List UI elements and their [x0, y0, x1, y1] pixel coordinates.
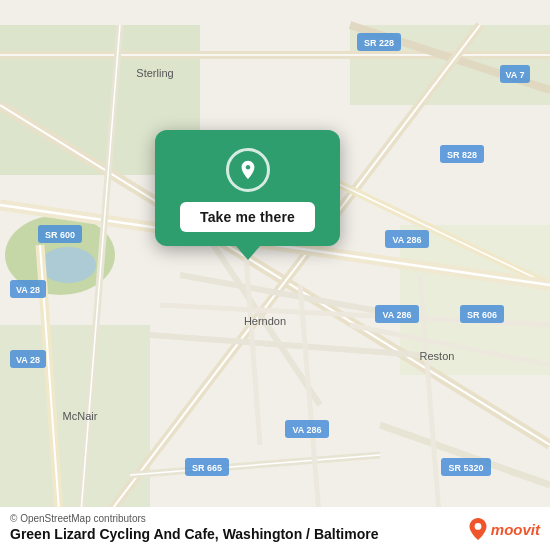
- svg-text:Herndon: Herndon: [244, 315, 286, 327]
- svg-text:VA 28: VA 28: [16, 285, 40, 295]
- location-icon-circle: [226, 148, 270, 192]
- svg-point-60: [474, 523, 481, 530]
- svg-text:SR 228: SR 228: [364, 38, 394, 48]
- place-title: Green Lizard Cycling And Cafe, Washingto…: [10, 526, 540, 542]
- moovit-logo: moovit: [469, 518, 540, 540]
- svg-text:VA 286: VA 286: [292, 425, 321, 435]
- bottom-bar: © OpenStreetMap contributors Green Lizar…: [0, 507, 550, 550]
- svg-text:Sterling: Sterling: [136, 67, 173, 79]
- svg-line-23: [130, 455, 380, 475]
- moovit-brand-text: moovit: [491, 521, 540, 538]
- svg-text:SR 5320: SR 5320: [448, 463, 483, 473]
- copyright-text: © OpenStreetMap contributors: [10, 513, 540, 524]
- svg-text:VA 286: VA 286: [382, 310, 411, 320]
- svg-point-5: [40, 247, 96, 283]
- svg-text:SR 600: SR 600: [45, 230, 75, 240]
- svg-text:Reston: Reston: [420, 350, 455, 362]
- svg-text:SR 665: SR 665: [192, 463, 222, 473]
- map-container: SR 228 VA 7 SR 828 SR 600 VA 286 VA 28 V…: [0, 0, 550, 550]
- popup-card: Take me there: [155, 130, 340, 246]
- svg-text:VA 28: VA 28: [16, 355, 40, 365]
- map-roads: SR 228 VA 7 SR 828 SR 600 VA 286 VA 28 V…: [0, 0, 550, 550]
- svg-text:McNair: McNair: [63, 410, 98, 422]
- moovit-pin-icon: [469, 518, 487, 540]
- svg-text:SR 828: SR 828: [447, 150, 477, 160]
- svg-text:VA 7: VA 7: [505, 70, 524, 80]
- location-pin-icon: [237, 159, 259, 181]
- take-me-there-button[interactable]: Take me there: [180, 202, 315, 232]
- svg-text:SR 606: SR 606: [467, 310, 497, 320]
- svg-text:VA 286: VA 286: [392, 235, 421, 245]
